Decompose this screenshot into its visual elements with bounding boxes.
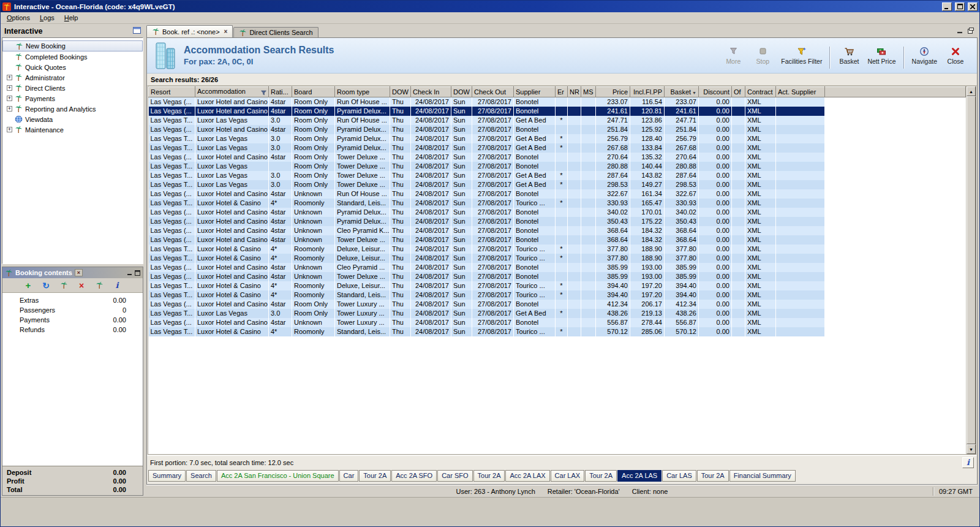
sidebar-item-direct-clients[interactable]: +Direct Clients <box>2 83 143 93</box>
result-row[interactable]: Las Vegas (...Luxor Hotel and Casino4sta… <box>149 217 966 226</box>
column-header-check-in[interactable]: Check In <box>411 87 451 97</box>
result-row[interactable]: Las Vegas (...Luxor Hotel and Casino4sta… <box>149 226 966 235</box>
column-header-board[interactable]: Board <box>292 87 335 97</box>
palm-icon[interactable] <box>94 280 105 290</box>
column-header-check-out[interactable]: Check Out <box>472 87 514 97</box>
result-row[interactable]: Las Vegas T...Luxor Hotel & Casino4*Room… <box>149 245 966 254</box>
result-row[interactable]: Las Vegas T...Luxor Las Vegas3.0Room Onl… <box>149 180 966 189</box>
column-header-act-supplier[interactable]: Act. Supplier <box>776 87 825 97</box>
bottom-tab-car[interactable]: Car <box>339 470 359 482</box>
close-window-button[interactable] <box>968 2 978 11</box>
vertical-scrollbar[interactable]: ▲ ▼ <box>966 86 976 454</box>
close-button[interactable]: Close <box>941 46 970 65</box>
tab-direct-clients-search[interactable]: Direct Clients Search <box>233 27 318 37</box>
result-row[interactable]: Las Vegas T...Luxor Hotel & Casino4*Room… <box>149 327 966 336</box>
result-row[interactable]: Las Vegas T...Luxor Las Vegas3.0Room Onl… <box>149 309 966 318</box>
result-row[interactable]: Las Vegas (...Luxor Hotel and Casino4sta… <box>149 208 966 217</box>
column-header-accommodation[interactable]: Accommodation <box>195 87 269 97</box>
booking-item-extras[interactable]: Extras0.00 <box>2 295 143 305</box>
add-icon[interactable]: + <box>23 280 34 290</box>
booking-item-payments[interactable]: Payments0.00 <box>2 315 143 325</box>
result-row[interactable]: Las Vegas T...Luxor Hotel & Casino4*Room… <box>149 290 966 300</box>
bottom-tab-tour-2a[interactable]: Tour 2A <box>585 470 617 482</box>
result-row[interactable]: Las Vegas (...Luxor Hotel and Casino4sta… <box>149 318 966 327</box>
booking-restore-icon[interactable] <box>135 270 140 276</box>
scroll-thumb[interactable] <box>967 96 976 444</box>
bottom-tab-car-sfo[interactable]: Car SFO <box>437 470 472 482</box>
booking-item-passengers[interactable]: Passengers0 <box>2 305 143 315</box>
column-header-supplier[interactable]: Supplier <box>514 87 556 97</box>
menu-help[interactable]: Help <box>59 13 83 23</box>
facilities-filter-button[interactable]: Facilities Filter <box>778 46 825 65</box>
tab-close-icon[interactable]: × <box>224 28 228 35</box>
bottom-tab-acc-2a-san-francisco-union-square[interactable]: Acc 2A San Francisco - Union Square <box>217 470 339 482</box>
bottom-tab-tour-2a[interactable]: Tour 2A <box>359 470 391 482</box>
panel-layout-icon[interactable] <box>133 27 141 36</box>
column-header-room-type[interactable]: Room type <box>335 87 390 97</box>
booking-item-refunds[interactable]: Refunds0.00 <box>2 325 143 335</box>
transfer-icon[interactable] <box>59 280 69 290</box>
filter-funnel-icon[interactable] <box>261 89 266 97</box>
bottom-tab-search[interactable]: Search <box>186 470 216 482</box>
result-row[interactable]: Las Vegas T...Luxor Hotel & Casino4*Room… <box>149 254 966 263</box>
column-header-dow[interactable]: DOW <box>390 87 411 97</box>
column-header-dow[interactable]: DOW <box>451 87 472 97</box>
column-header-nr[interactable]: NR <box>568 87 581 97</box>
result-row[interactable]: Las Vegas T...Luxor Hotel & Casino4*Room… <box>149 199 966 208</box>
result-row[interactable]: Las Vegas (...Luxor Hotel and Casino4sta… <box>149 153 966 162</box>
panel-restore-icon[interactable] <box>968 28 974 34</box>
maximize-button[interactable] <box>955 2 965 11</box>
booking-close-icon[interactable]: × <box>75 269 83 276</box>
menu-logs[interactable]: Logs <box>35 13 59 23</box>
sidebar-item-viewdata[interactable]: Viewdata <box>2 114 143 124</box>
scroll-down-button[interactable]: ▼ <box>967 444 976 454</box>
info-button[interactable]: i <box>962 457 974 468</box>
bottom-tab-car-las[interactable]: Car LAS <box>662 470 696 482</box>
column-header-ms[interactable]: MS <box>581 87 596 97</box>
bottom-tab-acc-2a-las[interactable]: Acc 2A LAS <box>617 470 662 482</box>
info-icon[interactable]: i <box>112 280 123 290</box>
result-row[interactable]: Las Vegas (...Luxor Hotel and Casino4sta… <box>149 107 966 116</box>
expand-icon[interactable]: + <box>7 96 12 101</box>
expand-icon[interactable]: + <box>7 75 12 80</box>
result-row[interactable]: Las Vegas T...Luxor Las Vegas3.0Room Onl… <box>149 171 966 180</box>
result-row[interactable]: Las Vegas (...Luxor Hotel and Casino4sta… <box>149 235 966 245</box>
panel-minimize-icon[interactable] <box>957 28 963 34</box>
column-header-er[interactable]: Er <box>556 87 568 97</box>
bottom-tab-financial-summary[interactable]: Financial Summary <box>729 470 796 482</box>
expand-icon[interactable]: + <box>7 106 12 112</box>
result-row[interactable]: Las Vegas T...Luxor Hotel & Casino4*Room… <box>149 281 966 290</box>
column-header-contract[interactable]: Contract <box>745 87 776 97</box>
column-header-incl-fl-pp[interactable]: Incl.Fl.PP <box>630 87 665 97</box>
result-row[interactable]: Las Vegas (...Luxor Hotel and Casino4sta… <box>149 263 966 272</box>
bottom-tab-tour-2a[interactable]: Tour 2A <box>697 470 729 482</box>
column-header-basket[interactable]: Basket▼ <box>665 87 699 97</box>
sidebar-item-new-booking[interactable]: New Booking <box>2 40 143 51</box>
bottom-tab-summary[interactable]: Summary <box>148 470 186 482</box>
bottom-tab-tour-2a[interactable]: Tour 2A <box>473 470 505 482</box>
result-row[interactable]: Las Vegas T...Luxor Las Vegas3.0Room Onl… <box>149 116 966 125</box>
result-row[interactable]: Las Vegas (...Luxor Hotel and Casino4sta… <box>149 189 966 199</box>
result-row[interactable]: Las Vegas (...Luxor Hotel and Casino4sta… <box>149 300 966 309</box>
minimize-button[interactable] <box>942 2 952 11</box>
column-header-rati[interactable]: Rati... <box>269 87 292 97</box>
basket-button[interactable]: Basket <box>835 46 863 65</box>
sidebar-item-payments[interactable]: +Payments <box>2 93 143 104</box>
result-row[interactable]: Las Vegas T...Luxor Las Vegas3.0Room Onl… <box>149 143 966 153</box>
expand-icon[interactable]: + <box>7 85 12 91</box>
refresh-icon[interactable]: ↻ <box>41 280 51 290</box>
result-row[interactable]: Las Vegas (...Luxor Hotel and Casino4sta… <box>149 125 966 134</box>
result-row[interactable]: Las Vegas T...Luxor Las Vegas3.0Room Onl… <box>149 134 966 143</box>
result-row[interactable]: Las Vegas (...Luxor Hotel and Casino4sta… <box>149 272 966 281</box>
scroll-up-button[interactable]: ▲ <box>967 86 976 96</box>
sidebar-item-reporting-and-analytics[interactable]: +Reporting and Analytics <box>2 104 143 114</box>
sidebar-item-administrator[interactable]: +Administrator <box>2 72 143 83</box>
sidebar-item-completed-bookings[interactable]: Completed Bookings <box>2 51 143 62</box>
result-row[interactable]: Las Vegas T...Luxor Las VegasRoom OnlyTo… <box>149 162 966 171</box>
bottom-tab-acc-2a-lax[interactable]: Acc 2A LAX <box>505 470 549 482</box>
column-header-price[interactable]: Price <box>596 87 630 97</box>
column-header-resort[interactable]: Resort <box>149 87 195 97</box>
bottom-tab-acc-2a-sfo[interactable]: Acc 2A SFO <box>391 470 437 482</box>
result-row[interactable]: Las Vegas (...Luxor Hotel and Casino4sta… <box>149 97 966 107</box>
sidebar-item-quick-quotes[interactable]: Quick Quotes <box>2 62 143 72</box>
